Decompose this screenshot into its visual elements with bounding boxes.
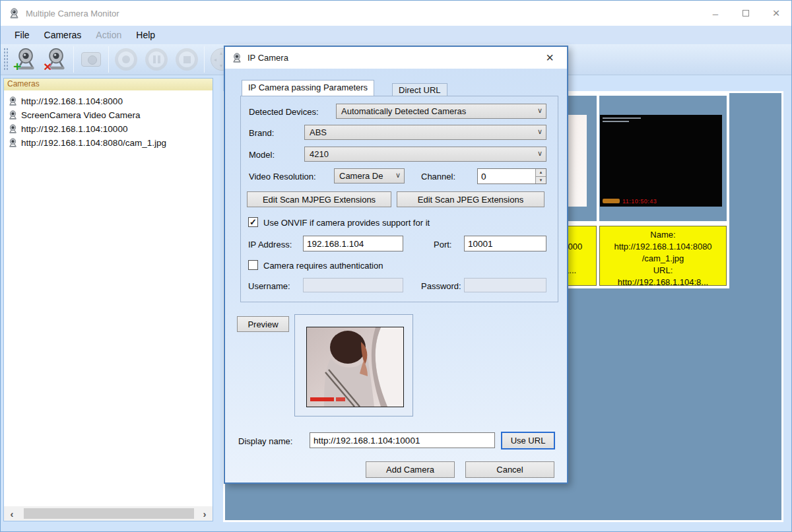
menu-file[interactable]: File (7, 27, 37, 43)
close-icon: × (772, 6, 779, 20)
record-icon (115, 48, 137, 71)
toolbar-separator (204, 46, 205, 73)
camera-list-item[interactable]: http://192.168.1.104:8000 (8, 94, 211, 108)
brand-select[interactable]: ABS ∨ (304, 125, 546, 140)
model-label: Model: (249, 150, 275, 160)
info-line: Name: (600, 229, 726, 241)
menu-cameras[interactable]: Cameras (37, 27, 89, 43)
password-input (464, 278, 546, 292)
info-line: /cam_1.jpg (600, 253, 726, 265)
tab-ip-camera-params[interactable]: IP Camera passing Parameters (242, 80, 374, 96)
preview-image (306, 327, 404, 407)
spin-up-icon[interactable]: ▲ (536, 169, 546, 177)
channel-input[interactable] (478, 169, 535, 183)
onvif-checkbox[interactable]: ✓ (248, 217, 258, 227)
tab-direct-url[interactable]: Direct URL (392, 83, 447, 96)
brand-value: ABS (310, 127, 327, 137)
webcam-icon (8, 96, 18, 106)
edit-jpeg-extensions-button[interactable]: Edit Scan JPEG Extensions (397, 191, 544, 207)
stop-icon (176, 48, 198, 71)
ip-address-label: IP Address: (248, 240, 292, 249)
close-icon: × (546, 50, 554, 65)
webcam-icon (8, 138, 18, 148)
camera-list-item[interactable]: http://192.168.1.104:8080/cam_1.jpg (8, 136, 211, 150)
add-camera-button[interactable]: + (11, 45, 41, 74)
info-line: http://192.168.1.104:8... (600, 277, 726, 286)
use-url-button[interactable]: Use URL (501, 432, 555, 449)
toolbar-separator (108, 46, 109, 73)
model-value: 4210 (310, 149, 329, 159)
dialog-close-button[interactable]: × (537, 47, 563, 69)
camera-feed-2[interactable]: 11:10:50:43 (600, 115, 722, 207)
username-input (303, 278, 403, 292)
dialog-title-bar: IP Camera × (225, 47, 567, 69)
record-button (111, 45, 141, 74)
menu-help[interactable]: Help (129, 27, 162, 43)
webcam-app-icon (232, 53, 242, 63)
app-window: Multiple Camera Monitor – × File Cameras… (0, 0, 792, 532)
ip-camera-params-panel: Detected Devices: Automatically Detected… (240, 96, 558, 302)
chevron-down-icon: ∨ (395, 171, 401, 180)
camera-item-label: http://192.168.1.104:8080/cam_1.jpg (21, 138, 166, 148)
preview-button[interactable]: Preview (237, 316, 289, 332)
auth-checkbox[interactable] (248, 260, 258, 270)
detected-devices-label: Detected Devices: (249, 107, 319, 117)
pause-button (141, 45, 172, 74)
grid-line (727, 93, 729, 288)
preview-frame (294, 314, 413, 416)
cameras-sidebar: Cameras http://192.168.1.104:8000 Screen… (3, 78, 213, 521)
sidebar-header: Cameras (4, 79, 213, 90)
webcam-app-icon (9, 8, 20, 19)
toolbar-separator (73, 46, 74, 73)
cancel-button[interactable]: Cancel (465, 461, 554, 478)
display-name-input[interactable] (310, 432, 495, 448)
status-text-line (603, 121, 629, 122)
info-line: URL: (600, 265, 726, 277)
camera-item-label: http://192.168.1.104:10000 (21, 124, 127, 134)
stop-button (172, 45, 202, 74)
detected-devices-value: Automatically Detected Cameras (341, 106, 466, 116)
channel-label: Channel: (421, 172, 455, 182)
horizontal-scrollbar[interactable]: ‹ › (4, 506, 213, 521)
password-label: Password: (421, 281, 461, 291)
maximize-button[interactable] (731, 1, 761, 26)
video-watermark (603, 199, 620, 203)
minimize-button[interactable]: – (700, 1, 731, 26)
camera-list-item[interactable]: http://192.168.1.104:10000 (8, 122, 211, 136)
remove-camera-button[interactable]: × (41, 45, 71, 74)
scroll-left-icon[interactable]: ‹ (4, 506, 20, 521)
video-resolution-value: Camera De (339, 171, 383, 181)
spin-down-icon[interactable]: ▼ (536, 177, 546, 184)
close-button[interactable]: × (761, 1, 791, 26)
ip-camera-dialog: IP Camera × IP Camera passing Parameters… (224, 46, 568, 484)
ip-address-input[interactable] (303, 236, 403, 251)
edit-mjpeg-extensions-button[interactable]: Edit Scan MJPEG Extensions (247, 191, 391, 207)
video-resolution-label: Video Resolution: (249, 172, 316, 182)
timestamp-overlay: 11:10:50:43 (622, 198, 657, 205)
scrollbar-thumb[interactable] (24, 508, 194, 519)
camera-list-item[interactable]: ScreenCamera Video Camera (8, 108, 211, 122)
chevron-down-icon: ∨ (537, 127, 543, 136)
camera-list: http://192.168.1.104:8000 ScreenCamera V… (4, 90, 213, 506)
window-title: Multiple Camera Monitor (26, 9, 119, 18)
model-select[interactable]: 4210 ∨ (304, 147, 546, 162)
dialog-title: IP Camera (248, 53, 288, 63)
snapshot-button (76, 45, 106, 74)
webcam-icon (8, 110, 18, 120)
camera-item-label: ScreenCamera Video Camera (21, 110, 141, 120)
auth-label: Camera requires authentication (263, 261, 383, 271)
webcam-icon (8, 124, 18, 134)
status-text-line (603, 117, 641, 119)
check-icon: ✓ (249, 217, 257, 227)
channel-spinner[interactable]: ▲ ▼ (477, 168, 546, 184)
detected-devices-select[interactable]: Automatically Detected Cameras ∨ (336, 104, 546, 119)
scroll-right-icon[interactable]: › (197, 506, 213, 521)
username-label: Username: (248, 281, 290, 291)
port-input[interactable] (464, 236, 546, 251)
toolbar-grip-handle[interactable] (3, 48, 9, 71)
video-resolution-select[interactable]: Camera De ∨ (334, 168, 405, 183)
add-camera-dialog-button[interactable]: Add Camera (366, 461, 455, 478)
chevron-down-icon: ∨ (537, 106, 543, 115)
title-bar: Multiple Camera Monitor – × (1, 1, 791, 26)
camera-info-cell-2[interactable]: Name: http://192.168.1.104:8080 /cam_1.j… (599, 226, 727, 286)
